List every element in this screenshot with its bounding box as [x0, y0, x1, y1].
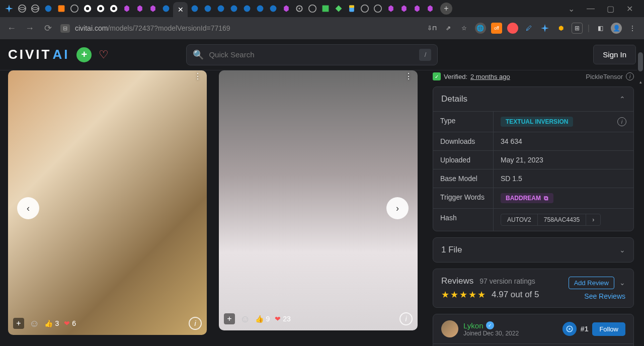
share-icon[interactable]: ⇗	[443, 23, 454, 34]
tab-favicon[interactable]	[3, 3, 15, 15]
tab-favicon[interactable]	[280, 3, 292, 15]
bookmark-icon[interactable]: ☆	[459, 23, 470, 34]
image-gallery: ‹ › ⋮ + ☺ 👍3 ❤6 i ⋮ + ☺ 👍9 ❤23 i	[0, 70, 433, 346]
extensions-icon[interactable]: ⊞	[572, 23, 583, 34]
hash-value[interactable]: AUTOV2 758AAC4435 ›	[501, 214, 601, 226]
card-menu-icon[interactable]: ⋮	[405, 74, 413, 78]
tab-favicon[interactable]	[68, 3, 80, 15]
add-review-button[interactable]: Add Review	[569, 277, 614, 289]
gallery-next-button[interactable]: ›	[386, 197, 409, 219]
tab-favicon[interactable]	[55, 3, 67, 15]
creator-name-link[interactable]: Lykon✓	[463, 321, 519, 330]
tab-favicon[interactable]	[241, 3, 253, 15]
copy-icon[interactable]: ⧉	[544, 195, 548, 202]
favorites-button[interactable]: ♡	[99, 48, 109, 61]
heart-count[interactable]: ❤23	[275, 315, 291, 323]
tab-favicon[interactable]	[372, 3, 384, 15]
info-button[interactable]: i	[399, 312, 413, 325]
ext-icon[interactable]	[507, 23, 518, 34]
gear-badge-icon[interactable]	[562, 322, 577, 336]
ext-icon[interactable]: 🖊	[523, 23, 534, 34]
creator-stats: ★★★★★5.0K ↑198 👥10K ♥237K ↓1.7M	[433, 344, 634, 346]
thumbs-up-count[interactable]: 👍3	[44, 319, 59, 327]
tab-favicon[interactable]	[108, 3, 120, 15]
menu-icon[interactable]: ⋮	[627, 23, 638, 34]
details-header[interactable]: Details ⌃	[433, 87, 633, 111]
tab-favicon[interactable]	[254, 3, 266, 15]
forward-button[interactable]: →	[24, 23, 35, 34]
tab-search-icon[interactable]: ⌄	[568, 4, 575, 14]
detail-label: Uploaded	[433, 151, 494, 169]
trigger-word-badge[interactable]: BADDREAM⧉	[501, 193, 553, 203]
create-button[interactable]: +	[76, 47, 92, 62]
tab-favicon[interactable]	[134, 3, 146, 15]
ext-icon[interactable]: 🌐	[475, 23, 486, 34]
tab-favicon[interactable]	[359, 3, 371, 15]
tab-favicon[interactable]	[82, 3, 94, 15]
scrollbar-thumb[interactable]	[638, 52, 643, 71]
chevron-down-icon[interactable]: ⌄	[619, 279, 625, 287]
tab-active[interactable]: ✕	[173, 2, 188, 17]
tab-favicon[interactable]	[385, 3, 397, 15]
ext-icon[interactable]: ⬢	[555, 23, 567, 34]
tab-favicon[interactable]	[319, 3, 332, 15]
site-info-icon[interactable]: ⊟	[60, 24, 70, 33]
window-minimize-icon[interactable]: —	[587, 4, 595, 14]
tab-favicon[interactable]	[95, 3, 107, 15]
avatar[interactable]	[441, 320, 458, 337]
tab-favicon[interactable]	[228, 3, 240, 15]
see-reviews-link[interactable]: See Reviews	[584, 292, 625, 300]
thumbs-up-count[interactable]: 👍9	[255, 315, 270, 323]
verified-time-link[interactable]: 2 months ago	[470, 73, 510, 80]
tab-favicon[interactable]	[29, 3, 41, 15]
window-maximize-icon[interactable]: ▢	[607, 4, 614, 14]
window-close-icon[interactable]: ✕	[626, 4, 633, 14]
profile-icon[interactable]: 👤	[611, 23, 622, 34]
add-reaction-button[interactable]: +	[224, 313, 235, 324]
install-icon[interactable]: ⇩⊓	[427, 23, 438, 34]
tab-favicon[interactable]	[189, 3, 201, 15]
tab-favicon[interactable]	[293, 3, 305, 15]
follow-button[interactable]: Follow	[592, 322, 625, 336]
search-input[interactable]	[209, 50, 414, 59]
new-tab-button[interactable]: +	[440, 3, 452, 15]
scroll-up-icon[interactable]: ▴	[638, 79, 643, 84]
tab-favicon[interactable]	[411, 3, 423, 15]
tab-favicon[interactable]	[306, 3, 318, 15]
search-box[interactable]: 🔍 /	[186, 44, 438, 65]
logo[interactable]: CIVITAI	[8, 47, 69, 62]
heart-count[interactable]: ❤6	[64, 319, 76, 327]
tab-favicon[interactable]	[202, 3, 214, 15]
ext-icon[interactable]	[539, 23, 550, 34]
tab-favicon[interactable]	[16, 3, 28, 15]
info-icon[interactable]: i	[626, 72, 634, 80]
info-icon[interactable]: i	[617, 117, 626, 126]
tab-favicon[interactable]	[267, 3, 279, 15]
reload-button[interactable]: ⟳	[42, 23, 53, 34]
tab-favicon[interactable]	[424, 3, 436, 15]
smile-icon[interactable]: ☺	[29, 318, 39, 329]
tab-favicon[interactable]	[215, 3, 227, 15]
tab-favicon[interactable]	[333, 3, 345, 15]
add-reaction-button[interactable]: +	[13, 318, 24, 329]
info-button[interactable]: i	[189, 317, 202, 330]
gallery-card[interactable]: ⋮ + ☺ 👍9 ❤23 i	[219, 70, 418, 330]
back-button[interactable]: ←	[6, 23, 17, 34]
gallery-prev-button[interactable]: ‹	[17, 197, 39, 219]
ext-icon[interactable]: off	[491, 23, 502, 34]
card-menu-icon[interactable]: ⋮	[194, 74, 202, 78]
tab-favicon[interactable]	[42, 3, 54, 15]
tab-favicon[interactable]	[121, 3, 133, 15]
tab-favicon[interactable]	[147, 3, 159, 15]
sidepanel-icon[interactable]: ◧	[595, 23, 606, 34]
signin-button[interactable]: Sign In	[593, 45, 636, 64]
smile-icon[interactable]: ☺	[240, 313, 250, 325]
scrollbar-track[interactable]: ▴	[637, 39, 644, 346]
close-tab-icon[interactable]: ✕	[178, 6, 184, 14]
tab-favicon[interactable]	[160, 3, 172, 15]
url-input[interactable]: ⊟ civitai.com/models/72437?modelVersionI…	[60, 24, 420, 33]
tab-favicon[interactable]	[346, 3, 358, 15]
files-header[interactable]: 1 File ⌄	[433, 238, 633, 262]
hash-expand-icon[interactable]: ›	[586, 214, 600, 225]
tab-favicon[interactable]	[398, 3, 410, 15]
